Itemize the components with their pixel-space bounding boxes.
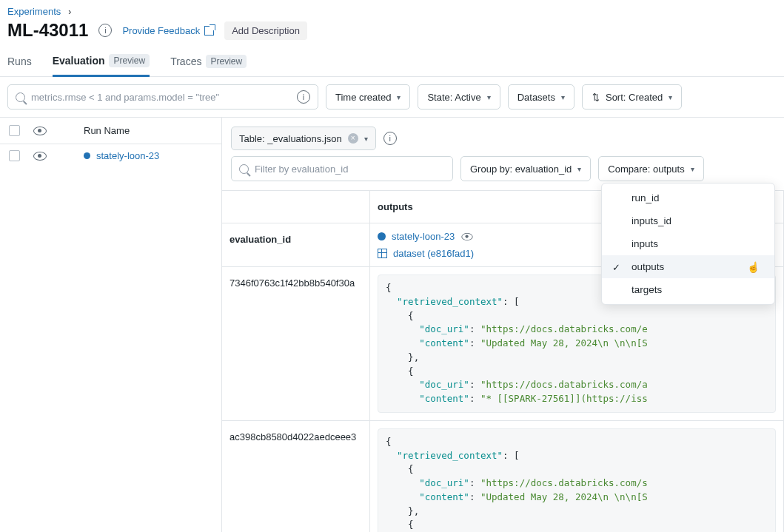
provide-feedback-link[interactable]: Provide Feedback (122, 25, 214, 36)
chevron-down-icon: ▾ (397, 93, 401, 101)
chevron-down-icon: ▾ (487, 93, 491, 101)
tab-runs[interactable]: Runs (7, 47, 32, 76)
group-by-dropdown[interactable]: Group by: evaluation_id▾ (460, 156, 591, 181)
badge-preview: Preview (206, 55, 247, 68)
external-link-icon (204, 26, 214, 36)
filter-placeholder: Filter by evaluation_id (255, 164, 348, 175)
info-icon[interactable]: i (98, 24, 112, 37)
dataset-link[interactable]: dataset (e816fad1) (393, 248, 474, 259)
filter-bar: metrics.rmse < 1 and params.model = "tre… (0, 77, 784, 118)
status-dot-icon (378, 232, 386, 240)
compare-dropdown[interactable]: Compare: outputs▾ (598, 156, 703, 181)
table-selector[interactable]: Table: _evaluations.json × ▾ (231, 127, 376, 150)
page-title: ML-43011 (7, 20, 88, 41)
compare-option-inputs-id[interactable]: inputs_id (602, 209, 774, 232)
visibility-icon[interactable] (462, 232, 473, 240)
tab-evaluation[interactable]: Evaluation Preview (53, 47, 150, 77)
evaluation-id-header: evaluation_id (222, 223, 370, 266)
run-checkbox[interactable] (9, 150, 20, 161)
compare-option-outputs[interactable]: ✓ outputs ☝ (602, 255, 774, 278)
sort-filter[interactable]: ⇅ Sort: Created▾ (582, 84, 682, 110)
search-placeholder: metrics.rmse < 1 and params.model = "tre… (31, 92, 291, 103)
datasets-filter[interactable]: Datasets▾ (508, 84, 574, 110)
eval-id-cell: ac398cb8580d4022aedceee3 (222, 421, 370, 532)
select-all-checkbox[interactable] (9, 125, 20, 136)
sort-icon: ⇅ (592, 92, 600, 103)
tabs: Runs Evaluation Preview Traces Preview (0, 47, 784, 77)
search-icon (16, 92, 25, 102)
compare-option-run-id[interactable]: run_id (602, 186, 774, 209)
chevron-right-icon: › (68, 7, 71, 17)
breadcrumb-root[interactable]: Experiments (7, 6, 61, 17)
chevron-down-icon: ▾ (691, 165, 694, 173)
status-dot-icon (84, 152, 90, 159)
run-link[interactable]: stately-loon-23 (96, 150, 159, 161)
evaluation-pane: Table: _evaluations.json × ▾ i Filter by… (222, 118, 784, 532)
visibility-icon[interactable] (33, 152, 47, 161)
run-row[interactable]: stately-loon-23 (0, 144, 221, 167)
search-input[interactable]: metrics.rmse < 1 and params.model = "tre… (7, 84, 318, 110)
dataset-icon (378, 249, 387, 258)
compare-option-inputs[interactable]: inputs (602, 232, 774, 255)
breadcrumb: Experiments › (0, 0, 784, 17)
run-name-header: Run Name (84, 125, 130, 136)
time-created-filter[interactable]: Time created▾ (326, 84, 410, 110)
add-description-button[interactable]: Add Description (224, 21, 307, 40)
info-icon[interactable]: i (297, 90, 310, 104)
tab-traces[interactable]: Traces Preview (170, 47, 247, 76)
compare-menu: run_id inputs_id inputs ✓ outputs ☝ targ… (601, 183, 775, 305)
chevron-down-icon: ▾ (364, 135, 368, 143)
eval-id-cell: 7346f0763c1f42bb8b540f30a (222, 267, 370, 420)
title-row: ML-43011 i Provide Feedback Add Descript… (0, 17, 784, 47)
state-filter[interactable]: State: Active▾ (418, 84, 500, 110)
runs-sidebar: Run Name stately-loon-23 (0, 118, 222, 532)
cursor-icon: ☝ (747, 261, 760, 273)
chevron-down-icon: ▾ (669, 93, 672, 101)
compare-option-targets[interactable]: targets (602, 278, 774, 301)
chevron-down-icon: ▾ (561, 93, 565, 101)
badge-preview: Preview (109, 54, 150, 67)
chevron-down-icon: ▾ (577, 165, 581, 173)
search-icon (239, 164, 249, 174)
run-link[interactable]: stately-loon-23 (392, 231, 455, 242)
filter-evaluation-input[interactable]: Filter by evaluation_id (231, 156, 453, 181)
outputs-cell: { "retrieved_context": [ { "doc_uri": "h… (378, 428, 776, 532)
clear-icon[interactable]: × (348, 133, 358, 144)
table-row: ac398cb8580d4022aedceee3 { "retrieved_co… (222, 420, 784, 532)
visibility-icon[interactable] (33, 127, 47, 135)
info-icon[interactable]: i (383, 132, 397, 145)
check-icon: ✓ (612, 262, 620, 273)
